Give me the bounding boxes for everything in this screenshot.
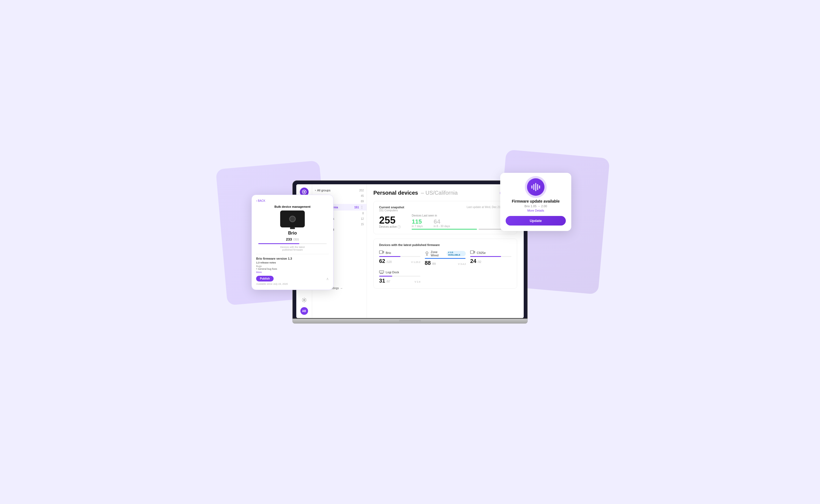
c925e-header: C925e: [470, 250, 511, 255]
devices-seen-section: Devices Last seen in 115 in 7 days 64 in…: [412, 214, 511, 230]
c925e-icon: [470, 250, 475, 255]
snapshot-subtitle: 151 Computers: [379, 209, 404, 212]
c925e-name: C925e: [477, 251, 485, 254]
info-icon[interactable]: i: [397, 225, 401, 229]
dock-bar: [379, 276, 420, 277]
devices-active-count: 255: [379, 215, 401, 225]
tree-count: 89: [361, 200, 364, 203]
collapse-icon[interactable]: ∧: [326, 277, 329, 281]
firmware-update-desc: Brio 1.05 → 2.00: [506, 204, 566, 208]
seen-gray: 64 in 8 - 30 days: [434, 219, 450, 228]
firmware-section-title: Devices with the latest published firmwa…: [379, 243, 511, 247]
brio-bar: [379, 256, 420, 257]
dock-count: 31: [379, 278, 385, 284]
page-header: Personal devices – US/California Export …: [373, 190, 517, 196]
camera-image: [280, 211, 305, 227]
publish-button[interactable]: Publish: [256, 276, 274, 281]
firmware-card: Devices with the latest published firmwa…: [373, 239, 517, 289]
brio-total: /120: [387, 260, 392, 263]
seen-gray-label: in 8 - 30 days: [434, 225, 450, 228]
user-avatar[interactable]: AB: [300, 307, 308, 315]
camera-mount: [290, 227, 295, 229]
tree-item-all-groups[interactable]: ▾ All groups 202: [312, 188, 367, 193]
dock-bar-fill: [379, 276, 392, 277]
back-link[interactable]: ‹ BACK: [256, 199, 329, 202]
more-options-icon[interactable]: ⋮: [360, 205, 364, 209]
zone-icon: [425, 251, 429, 256]
zone-count: 88: [425, 260, 431, 266]
device-count-bar-fill: [258, 243, 299, 244]
update-button[interactable]: Update: [506, 216, 566, 226]
back-label: BACK: [258, 199, 265, 202]
devices-seen-title: Devices Last seen in: [412, 214, 511, 217]
firmware-device-zone-wired: Zone Wired V 3.5 AVAILABLE 88 /89: [425, 250, 466, 266]
tree-count: 12: [361, 217, 364, 220]
brio-bar-fill: [379, 256, 400, 257]
publish-area: Publish ∧: [256, 276, 329, 281]
tree-count: 15: [361, 223, 364, 226]
device-total: /355: [293, 238, 299, 241]
device-name: Brio: [256, 231, 329, 236]
cidr-arrow: →: [340, 287, 343, 290]
firmware-row2: Logi Dock 31 /97: [379, 269, 511, 284]
brio-name: Brio: [386, 251, 391, 254]
snapshot-metrics: 255 Devices active i Devices Last seen i…: [379, 214, 511, 230]
bullet: •: [256, 268, 257, 270]
svg-point-9: [303, 300, 305, 301]
svg-point-1: [303, 191, 305, 193]
laptop-base: [293, 319, 527, 324]
svg-rect-13: [380, 271, 383, 272]
page-subtitle: – US/California: [421, 190, 458, 196]
firmware-device-logi-dock: Logi Dock 31 /97: [379, 269, 420, 284]
release-notes-title: 1.3 release notes: [256, 261, 329, 264]
firmware-grid: Brio 62 /120 V 1.: [379, 250, 511, 266]
more-link[interactable]: More: [256, 271, 329, 274]
c925e-stats: 24 /32: [470, 258, 511, 264]
dock-icon: [379, 269, 384, 275]
dock-stats: 31 /97 V 2.4: [379, 278, 420, 284]
firmware-update-card: Firmware update available Brio 1.05 → 2.…: [500, 173, 571, 231]
tree-count: 8: [362, 212, 364, 215]
firmware-device-brio: Brio 62 /120 V 1.: [379, 250, 420, 266]
seen-green: 115 in 7 days: [412, 219, 423, 228]
brio-header: Brio: [379, 250, 420, 255]
tree-count: 202: [359, 189, 364, 192]
c925e-bar: [470, 256, 511, 257]
tree-label: All groups: [317, 189, 331, 192]
firmware-more-link[interactable]: More Details: [506, 209, 566, 212]
zone-available-badge: V 3.5 AVAILABLE: [447, 251, 466, 256]
firmware-device-c925e: C925e 24 /32: [470, 250, 511, 266]
brio-icon: [379, 250, 384, 255]
svg-point-11: [426, 252, 428, 254]
snapshot-card: Current snapshot 151 Computers Last upda…: [373, 201, 517, 234]
bugs-label: Bugs: [256, 265, 329, 268]
c925e-total: /32: [477, 260, 481, 263]
tree-count: 151: [354, 206, 359, 209]
zone-bar-fill: [425, 258, 465, 259]
device-count: 233: [286, 237, 292, 241]
device-count-bar-bg: [258, 243, 327, 244]
snapshot-title: Current snapshot: [379, 206, 404, 209]
sidebar-settings-icon[interactable]: [300, 296, 309, 304]
zone-version: V 3.4.2: [458, 263, 466, 265]
zone-bar: [425, 258, 466, 259]
dock-version: V 2.4: [415, 280, 420, 283]
devices-active-label: Devices active i: [379, 225, 401, 229]
device-count-area: 233 /355: [256, 237, 329, 242]
device-desc: Devices with the latestpublished firmwar…: [256, 246, 329, 251]
dock-total: /97: [387, 280, 390, 283]
zone-total: /89: [432, 262, 436, 265]
brio-stats: 62 /120 V 1.23.2: [379, 258, 420, 264]
snapshot-info: Current snapshot 151 Computers: [379, 206, 404, 212]
zone-name: Zone Wired: [431, 250, 445, 257]
page-title-area: Personal devices – US/California: [373, 190, 458, 196]
progress-bar-green: [412, 229, 477, 230]
back-arrow-icon: ‹: [256, 199, 257, 202]
progress-bars: [412, 229, 511, 230]
snapshot-header: Current snapshot 151 Computers Last upda…: [379, 206, 511, 212]
devices-seen-items: 115 in 7 days 64 in 8 - 30 days: [412, 219, 511, 228]
seen-green-count: 115: [412, 219, 423, 225]
device-image-area: [256, 211, 329, 227]
camera-lens: [289, 216, 296, 222]
firmware-heading: Brio firmware version 1.3: [256, 257, 329, 260]
